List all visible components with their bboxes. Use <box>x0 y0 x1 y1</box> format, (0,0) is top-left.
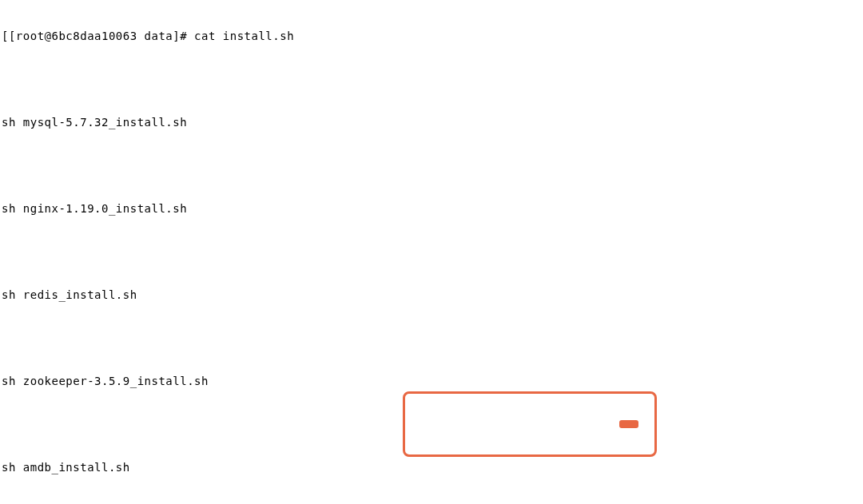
terminal-line <box>2 417 863 431</box>
terminal-line: [[root@6bc8daa10063 data]# cat install.s… <box>2 29 863 43</box>
terminal-line: sh mysql-5.7.32_install.sh <box>2 115 863 129</box>
terminal-line: sh redis_install.sh <box>2 288 863 302</box>
terminal-line <box>2 244 863 259</box>
terminal-line <box>2 72 863 86</box>
terminal-line: sh amdb_install.sh <box>2 460 863 474</box>
terminal-line: sh nginx-1.19.0_install.sh <box>2 201 863 216</box>
terminal-line: sh zookeeper-3.5.9_install.sh <box>2 374 863 388</box>
terminal-line <box>2 158 863 173</box>
terminal-line <box>2 331 863 345</box>
terminal-output: [[root@6bc8daa10063 data]# cat install.s… <box>0 0 863 504</box>
